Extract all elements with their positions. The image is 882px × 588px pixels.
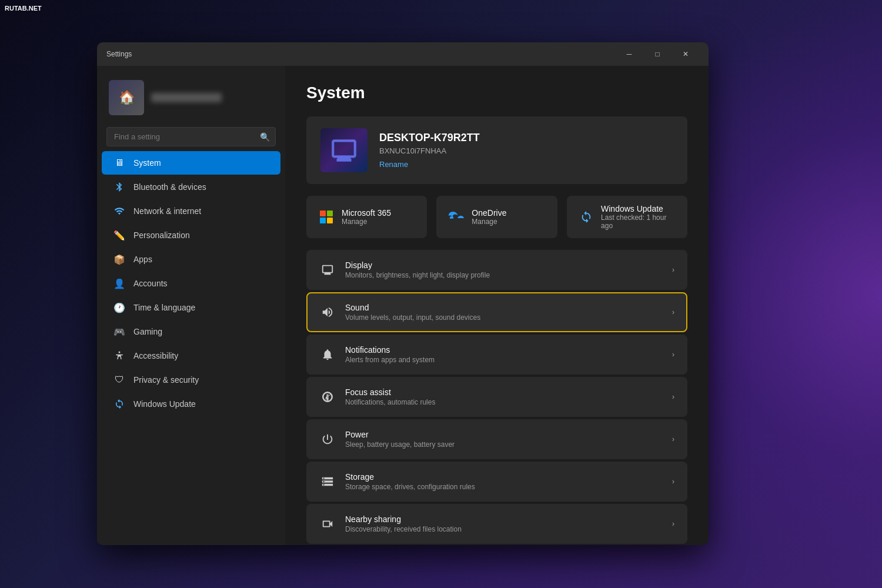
settings-row-power[interactable]: Power Sleep, battery usage, battery save…	[306, 419, 687, 459]
titlebar: Settings ─ □ ✕	[97, 42, 709, 66]
settings-window: Settings ─ □ ✕ 🏠 🔍	[97, 42, 709, 545]
minimize-button[interactable]: ─	[616, 45, 643, 64]
sound-title: Sound	[345, 303, 663, 312]
onedrive-subtitle: Manage	[472, 218, 506, 226]
device-name: DESKTOP-K79R2TT	[379, 132, 673, 144]
quick-link-onedrive[interactable]: OneDrive Manage	[436, 196, 557, 238]
maximize-button[interactable]: □	[644, 45, 671, 64]
sidebar-item-time[interactable]: 🕐 Time & language	[102, 296, 280, 319]
display-icon	[319, 262, 336, 278]
device-id: BXNUC10i7FNHAA	[379, 146, 673, 155]
nearby-chevron: ›	[672, 520, 674, 528]
sound-icon	[319, 304, 336, 320]
personalization-icon: ✏️	[113, 229, 125, 241]
focus-text: Focus assist Notifications, automatic ru…	[345, 387, 663, 406]
focus-icon	[319, 389, 336, 405]
sidebar-item-network[interactable]: Network & internet	[102, 199, 280, 223]
sidebar-item-label: Gaming	[133, 327, 162, 336]
sidebar-item-label: Time & language	[133, 303, 195, 312]
sidebar-item-label: Accessibility	[133, 351, 178, 360]
sidebar-item-accounts[interactable]: 👤 Accounts	[102, 272, 280, 295]
settings-row-storage[interactable]: Storage Storage space, drives, configura…	[306, 462, 687, 502]
settings-row-focus[interactable]: Focus assist Notifications, automatic ru…	[306, 377, 687, 417]
sidebar: 🏠 🔍 🖥 System	[97, 66, 285, 545]
privacy-icon: 🛡	[113, 374, 125, 386]
onedrive-title: OneDrive	[472, 208, 506, 218]
avatar-image: 🏠	[109, 80, 144, 115]
storage-icon	[319, 473, 336, 490]
sound-chevron: ›	[672, 308, 674, 316]
device-card: DESKTOP-K79R2TT BXNUC10i7FNHAA Rename	[306, 116, 687, 184]
sound-text: Sound Volume levels, output, input, soun…	[345, 303, 663, 322]
apps-icon: 📦	[113, 253, 125, 265]
sidebar-item-apps[interactable]: 📦 Apps	[102, 248, 280, 271]
close-button[interactable]: ✕	[672, 45, 699, 64]
settings-row-sound[interactable]: Sound Volume levels, output, input, soun…	[306, 292, 687, 332]
sidebar-item-label: Windows Update	[133, 399, 196, 409]
svg-point-0	[119, 352, 121, 353]
sidebar-item-label: Bluetooth & devices	[133, 182, 206, 192]
storage-title: Storage	[345, 472, 663, 482]
time-icon: 🕐	[113, 302, 125, 313]
focus-subtitle: Notifications, automatic rules	[345, 398, 663, 406]
storage-subtitle: Storage space, drives, configuration rul…	[345, 483, 663, 491]
display-chevron: ›	[672, 266, 674, 274]
settings-row-display[interactable]: Display Monitors, brightness, night ligh…	[306, 250, 687, 290]
avatar: 🏠	[109, 80, 144, 115]
sidebar-item-label: Privacy & security	[133, 375, 199, 385]
power-chevron: ›	[672, 435, 674, 443]
titlebar-controls: ─ □ ✕	[616, 45, 699, 64]
device-info: DESKTOP-K79R2TT BXNUC10i7FNHAA Rename	[379, 132, 673, 169]
search-box: 🔍	[106, 127, 276, 146]
update-icon	[113, 398, 125, 410]
sidebar-item-privacy[interactable]: 🛡 Privacy & security	[102, 368, 280, 392]
onedrive-text: OneDrive Manage	[472, 208, 506, 226]
device-rename-link[interactable]: Rename	[379, 160, 408, 169]
notifications-text: Notifications Alerts from apps and syste…	[345, 345, 663, 364]
winupdate-icon	[579, 209, 594, 225]
nearby-subtitle: Discoverability, received files location	[345, 525, 663, 533]
settings-list: Display Monitors, brightness, night ligh…	[306, 250, 687, 544]
display-text: Display Monitors, brightness, night ligh…	[345, 260, 663, 279]
winupdate-title: Windows Update	[601, 204, 676, 213]
storage-text: Storage Storage space, drives, configura…	[345, 472, 663, 491]
ms365-title: Microsoft 365	[342, 208, 391, 218]
sidebar-item-system[interactable]: 🖥 System	[102, 151, 280, 175]
watermark: RUTAB.NET	[5, 5, 42, 12]
bluetooth-icon	[113, 181, 125, 193]
quick-links: Microsoft 365 Manage OneDrive Manage	[306, 196, 687, 238]
power-text: Power Sleep, battery usage, battery save…	[345, 430, 663, 449]
power-icon	[319, 431, 336, 447]
titlebar-title: Settings	[106, 50, 616, 58]
sidebar-item-gaming[interactable]: 🎮 Gaming	[102, 320, 280, 343]
sidebar-item-bluetooth[interactable]: Bluetooth & devices	[102, 175, 280, 199]
page-title: System	[306, 83, 687, 102]
display-subtitle: Monitors, brightness, night light, displ…	[345, 271, 663, 279]
search-input[interactable]	[106, 127, 276, 146]
sidebar-item-personalization[interactable]: ✏️ Personalization	[102, 223, 280, 247]
accessibility-icon	[113, 350, 125, 362]
sidebar-item-label: System	[133, 158, 161, 168]
display-title: Display	[345, 260, 663, 270]
focus-chevron: ›	[672, 393, 674, 401]
device-thumbnail	[320, 128, 368, 172]
quick-link-winupdate[interactable]: Windows Update Last checked: 1 hour ago	[567, 196, 687, 238]
main-panel: System DESKTOP-K79R2TT BXNUC10i7FNHAA Re…	[285, 66, 709, 545]
window-content: 🏠 🔍 🖥 System	[97, 66, 709, 545]
storage-chevron: ›	[672, 477, 674, 486]
nearby-title: Nearby sharing	[345, 514, 663, 524]
settings-row-notifications[interactable]: Notifications Alerts from apps and syste…	[306, 335, 687, 375]
sidebar-nav: 🖥 System Bluetooth & devices Network & i…	[97, 151, 285, 416]
gaming-icon: 🎮	[113, 326, 125, 338]
sidebar-profile: 🏠	[97, 75, 285, 127]
ms365-subtitle: Manage	[342, 218, 391, 226]
quick-link-ms365[interactable]: Microsoft 365 Manage	[306, 196, 427, 238]
settings-row-nearby[interactable]: Nearby sharing Discoverability, received…	[306, 504, 687, 544]
network-icon	[113, 205, 125, 217]
ms365-text: Microsoft 365 Manage	[342, 208, 391, 226]
nearby-text: Nearby sharing Discoverability, received…	[345, 514, 663, 533]
notifications-chevron: ›	[672, 350, 674, 359]
sidebar-item-label: Personalization	[133, 230, 190, 240]
sidebar-item-update[interactable]: Windows Update	[102, 392, 280, 416]
sidebar-item-accessibility[interactable]: Accessibility	[102, 344, 280, 368]
